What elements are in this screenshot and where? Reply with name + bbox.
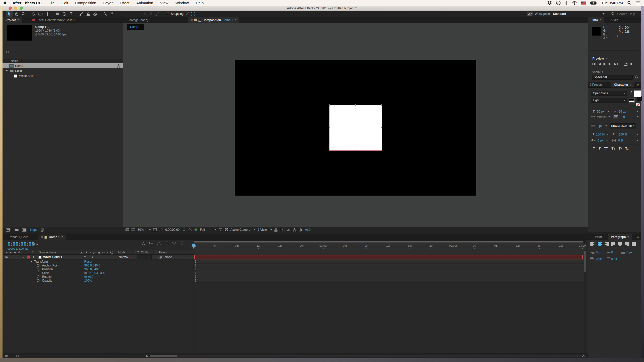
panel-menu-icon[interactable]: ≡ xyxy=(599,18,601,22)
lock-column-icon[interactable] xyxy=(18,251,20,254)
solo-column-icon[interactable] xyxy=(14,252,16,253)
always-preview-icon[interactable] xyxy=(126,228,129,231)
project-row-comp[interactable]: Comp 1 xyxy=(3,63,123,68)
next-frame-button[interactable] xyxy=(609,63,612,66)
no-stroke-swatch[interactable] xyxy=(636,103,640,106)
show-snapshot-icon[interactable] xyxy=(188,228,192,231)
tab-footage[interactable]: Footage (none) xyxy=(123,17,166,23)
align-left-button[interactable] xyxy=(590,242,595,246)
show-channel-icon[interactable] xyxy=(194,228,197,231)
property-row-scale[interactable]: Scale 21.7,33.3% xyxy=(3,271,194,275)
selection-handle[interactable] xyxy=(329,104,330,106)
audio-column-icon[interactable] xyxy=(10,251,12,254)
exposure-value[interactable]: +0.0 xyxy=(305,228,311,232)
layer-mode-dropdown[interactable]: Normal xyxy=(119,255,133,259)
layer-quality-switch[interactable]: / xyxy=(92,255,93,259)
chevron-down-icon[interactable] xyxy=(606,125,607,126)
brush-tool[interactable] xyxy=(78,11,84,17)
frame-blend-icon[interactable]: ▦ xyxy=(98,251,100,254)
close-tab-icon[interactable]: × xyxy=(41,235,43,239)
world-axis-mode-icon[interactable] xyxy=(149,12,153,16)
video-column-icon[interactable] xyxy=(5,251,8,254)
selection-handle[interactable] xyxy=(329,127,330,128)
panel-menu-icon[interactable]: ≡ xyxy=(630,83,631,86)
label-column-icon[interactable] xyxy=(26,251,29,254)
layer-shy-switch[interactable] xyxy=(84,256,87,259)
property-name[interactable]: Opacity xyxy=(42,279,52,282)
first-frame-button[interactable] xyxy=(592,63,595,66)
transparency-grid-icon[interactable] xyxy=(225,228,228,231)
kerning-value[interactable]: Metrics xyxy=(597,115,607,119)
indent-first-line-value[interactable]: 0 px xyxy=(626,251,632,254)
pan-behind-anchor-tool[interactable] xyxy=(44,11,51,17)
timeline-vertical-scrollbar[interactable] xyxy=(584,250,586,353)
menu-item[interactable]: Animation xyxy=(133,1,157,5)
pen-tool[interactable] xyxy=(61,11,67,17)
last-frame-button[interactable] xyxy=(614,63,618,66)
column-source-name[interactable]: Source Name xyxy=(39,251,56,254)
chevron-down-icon[interactable] xyxy=(637,111,638,112)
horizontal-scale-value[interactable]: 100 % xyxy=(619,133,627,136)
roto-brush-tool[interactable] xyxy=(102,11,108,17)
property-name[interactable]: Rotation xyxy=(42,275,53,279)
flowchart-icon[interactable] xyxy=(117,64,120,68)
magnification-dropdown[interactable]: 50% xyxy=(138,228,151,232)
selection-tool[interactable] xyxy=(6,11,13,17)
creative-cloud-icon[interactable] xyxy=(556,1,560,5)
tab-audio[interactable]: Audio xyxy=(608,17,621,23)
chevron-down-icon[interactable] xyxy=(606,140,608,141)
vertical-scale-value[interactable]: 100 % xyxy=(596,133,605,136)
eyedropper-icon[interactable] xyxy=(629,91,632,95)
local-axis-mode-icon[interactable] xyxy=(143,12,147,16)
motion-blur-icon[interactable]: ◎ xyxy=(102,251,105,254)
current-time-indicator-line[interactable] xyxy=(194,250,194,353)
folder-expand-chevron-icon[interactable] xyxy=(6,70,8,71)
menu-item[interactable]: File xyxy=(45,1,58,5)
layer-trkmat-cell[interactable] xyxy=(137,255,152,259)
project-selected-name[interactable]: Comp 1 xyxy=(35,25,46,29)
align-right-button[interactable] xyxy=(604,242,609,246)
trash-icon[interactable] xyxy=(41,228,44,232)
font-size-value[interactable]: 50 px xyxy=(597,110,604,113)
group-expand-chevron-icon[interactable] xyxy=(31,261,32,262)
menu-item[interactable]: View xyxy=(157,1,172,5)
property-name[interactable]: Scale xyxy=(42,271,50,275)
font-style-dropdown[interactable]: Light xyxy=(591,98,627,103)
tracking-value[interactable]: -29 xyxy=(621,115,625,119)
motion-blur-icon[interactable] xyxy=(172,242,176,245)
stroke-width-value[interactable]: 0 px xyxy=(597,124,602,128)
minimize-window-button[interactable] xyxy=(14,7,17,10)
current-time-display[interactable]: 0:00:00:00 00000 (24.00 fps) xyxy=(8,241,35,250)
zoom-tool[interactable] xyxy=(20,11,27,17)
layer-visibility-eye-icon[interactable] xyxy=(5,256,8,258)
tab-overflow-icon[interactable]: » xyxy=(637,234,641,240)
viewer-comp-chip[interactable]: Comp 1 xyxy=(127,24,144,30)
menu-item[interactable]: Edit xyxy=(58,1,72,5)
adjustment-layer-icon[interactable]: ◐ xyxy=(107,251,108,254)
space-before-value[interactable]: 0 px xyxy=(611,251,617,254)
safe-margins-icon[interactable] xyxy=(153,228,157,231)
work-area-bar[interactable] xyxy=(194,241,583,243)
layer-row-1[interactable]: 1 White Solid 1 / Normal None xyxy=(3,255,194,260)
shy-switch-icon[interactable] xyxy=(80,251,83,254)
all-caps-button[interactable]: TT xyxy=(604,147,608,150)
justify-last-left-button[interactable] xyxy=(611,242,616,246)
tab-composition-comp1[interactable]: × Composition Comp 1 ≡ xyxy=(188,17,239,23)
tab-project[interactable]: Project ≡ xyxy=(3,17,22,23)
layer-expand-chevron-icon[interactable] xyxy=(23,257,24,258)
share-view-options-icon[interactable] xyxy=(274,228,277,232)
property-value[interactable]: 100% xyxy=(84,279,92,282)
audio-mute-button[interactable] xyxy=(630,62,634,66)
adjust-exposure-icon[interactable] xyxy=(280,228,285,232)
puppet-pin-tool[interactable] xyxy=(109,11,115,17)
property-row-anchor-point[interactable]: Anchor Point 960.0,540.0 xyxy=(3,263,194,267)
small-caps-button[interactable]: Tᴛ xyxy=(612,147,615,150)
search-options-chevron-icon[interactable] xyxy=(10,53,12,54)
hide-shy-layers-icon[interactable] xyxy=(157,242,161,245)
property-row-rotation[interactable]: Rotation 0x+0.0° xyxy=(3,275,194,279)
chevron-down-icon[interactable] xyxy=(48,27,49,28)
parent-pickwhip-icon[interactable] xyxy=(158,255,162,259)
property-value[interactable]: 0x+0.0° xyxy=(84,275,95,279)
panel-menu-icon[interactable]: ≡ xyxy=(627,235,629,239)
transform-reset-link[interactable]: Reset xyxy=(84,260,92,263)
